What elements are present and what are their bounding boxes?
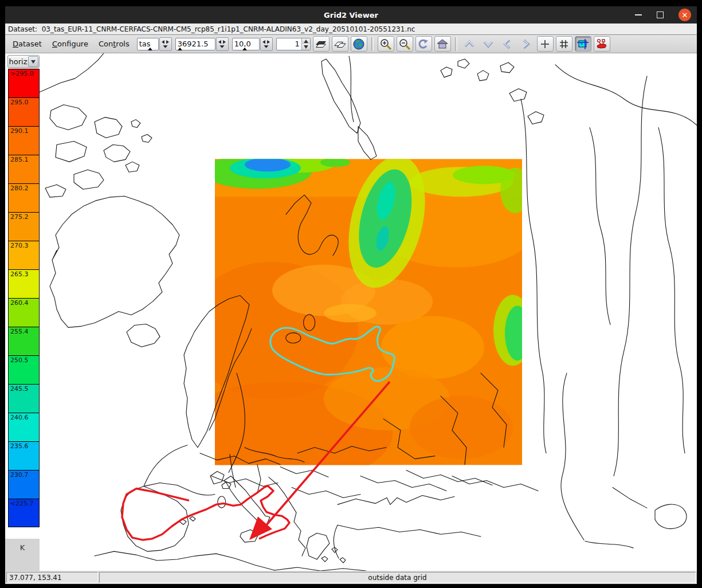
crosshair-button[interactable] — [537, 36, 554, 52]
frame-up-icon[interactable] — [302, 38, 310, 44]
colorbar-entry: 255.4 — [8, 327, 40, 355]
globe-icon — [353, 38, 364, 50]
colorbar-entry: 265.3 — [8, 269, 40, 298]
status-bar: 37.077, 153.41 outside data grid — [5, 571, 697, 584]
grid-lines-button[interactable] — [556, 36, 572, 52]
view-mode-value: horiz — [8, 57, 28, 66]
level-field[interactable]: 10,0 — [232, 38, 260, 50]
frame-down-icon[interactable] — [302, 44, 310, 50]
home-icon — [437, 38, 448, 50]
multi-layers-icon — [334, 38, 346, 50]
cycle-spinner-icon — [262, 40, 270, 49]
toolbar: Dataset Configure Controls tas 36921.5 1… — [5, 35, 697, 53]
down-chevron-icon — [483, 40, 494, 49]
menu-configure[interactable]: Configure — [48, 38, 92, 50]
time-field[interactable]: 36921.5 — [175, 38, 215, 50]
cycle-spinner-icon — [161, 40, 170, 49]
colorbar-legend: >295.0 295.0 290.1 285.1 280.2 275.2 270… — [8, 69, 40, 527]
window-title: Grid2 Viewer — [5, 11, 697, 19]
chevron-down-icon[interactable] — [28, 56, 38, 67]
colorbar-entry: 260.4 — [8, 298, 40, 327]
colorbar-entry: 275.2 — [8, 212, 40, 241]
variable-field[interactable]: tas — [137, 38, 159, 50]
probe-button[interactable] — [594, 36, 610, 52]
minimize-icon[interactable] — [635, 14, 642, 15]
zoom-out-icon — [399, 38, 410, 50]
variable-spinner[interactable] — [159, 37, 172, 51]
data-grid-overlay — [175, 148, 536, 485]
data-grid-button[interactable] — [575, 36, 591, 52]
data-grid-icon — [576, 38, 589, 50]
dataset-bar: Dataset: 03_tas_EUR-11_CNRM-CERFACS-CNRM… — [5, 23, 697, 35]
app-window: Grid2 Viewer ✕ Dataset: 03_tas_EUR-11_CN… — [5, 6, 697, 584]
colorbar-entry: 290.1 — [8, 126, 40, 155]
colorbar-entry: 235.6 — [8, 441, 40, 470]
up-chevron-icon — [464, 40, 475, 49]
titlebar[interactable]: Grid2 Viewer ✕ — [5, 6, 697, 23]
close-icon[interactable]: ✕ — [679, 9, 691, 21]
grid-icon — [558, 38, 570, 50]
toolbar-separator — [455, 37, 457, 51]
colorbar-entry: 250.5 — [8, 355, 40, 384]
menu-controls[interactable]: Controls — [95, 38, 134, 50]
cycle-spinner-icon — [218, 40, 226, 49]
pan-down-button[interactable] — [480, 36, 497, 52]
dataset-label: Dataset: — [8, 25, 37, 33]
map-viewport: horiz >295.0 295.0 290.1 285.1 280.2 275… — [5, 53, 697, 571]
level-spinner[interactable] — [260, 37, 273, 51]
right-chevron-icon — [521, 38, 531, 50]
menu-dataset[interactable]: Dataset — [9, 38, 46, 50]
colorbar-units: K — [5, 539, 40, 571]
zoom-in-icon — [380, 38, 391, 50]
text-caret — [242, 48, 247, 50]
layers-icon — [315, 38, 327, 50]
home-button[interactable] — [434, 36, 451, 52]
dataset-filename: 03_tas_EUR-11_CNRM-CERFACS-CNRM-CM5_rcp8… — [42, 25, 415, 33]
layers-button[interactable] — [313, 36, 330, 52]
colorbar-entry: <225.7 — [8, 499, 40, 527]
colorbar-entry: 240.6 — [8, 413, 40, 441]
pan-left-button[interactable] — [499, 36, 516, 52]
colorbar-entry: 285.1 — [8, 155, 40, 183]
frame-stepper[interactable]: 1 — [276, 38, 311, 50]
left-chevron-icon — [503, 38, 512, 50]
zoom-out-button[interactable] — [397, 36, 413, 52]
colorbar-column: horiz >295.0 295.0 290.1 285.1 280.2 275… — [5, 53, 40, 571]
pan-up-button[interactable] — [461, 36, 478, 52]
map-canvas[interactable] — [40, 53, 697, 571]
colorbar-entry: 230.7 — [8, 470, 40, 499]
colorbar-entry: 295.0 — [8, 97, 40, 126]
status-message: outside data grid — [99, 572, 696, 583]
maximize-icon[interactable] — [657, 11, 664, 18]
pan-right-button[interactable] — [518, 36, 535, 52]
view-mode-dropdown[interactable]: horiz — [7, 55, 40, 68]
colorbar-entry: 245.5 — [8, 384, 40, 413]
colorbar-entry: 270.3 — [8, 241, 40, 269]
text-caret — [148, 48, 152, 50]
multi-layers-button[interactable] — [332, 36, 348, 52]
text-caret — [178, 48, 182, 50]
rotate-button[interactable] — [415, 36, 432, 52]
colorbar-entry: 280.2 — [8, 183, 40, 212]
cursor-coordinates: 37.077, 153.41 — [6, 572, 98, 583]
time-spinner[interactable] — [216, 37, 229, 51]
toolbar-separator — [371, 37, 374, 51]
colorbar-entry: >295.0 — [8, 69, 40, 97]
rotate-icon — [418, 38, 429, 50]
probe-icon — [595, 38, 608, 50]
globe-button[interactable] — [351, 36, 367, 52]
zoom-in-button[interactable] — [378, 36, 394, 52]
plus-icon — [539, 38, 551, 50]
